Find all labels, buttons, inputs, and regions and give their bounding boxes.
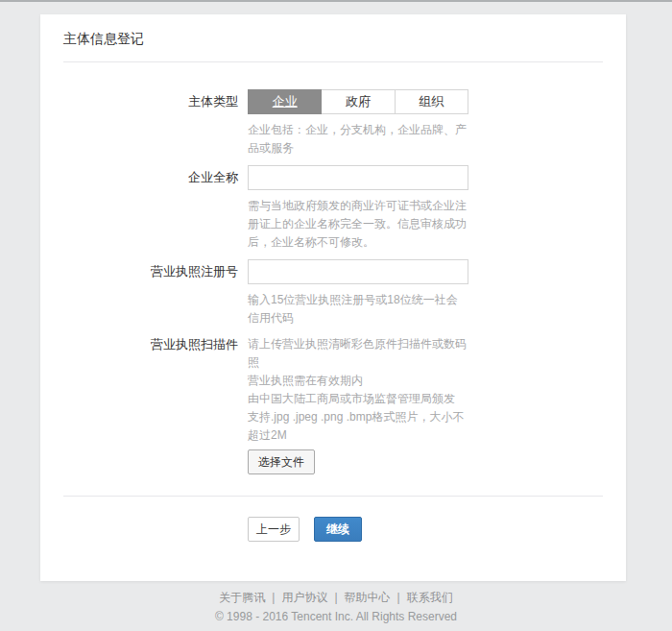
license-scan-help-line: 支持.jpg .jpeg .png .bmp格式照片，大小不超过2M [248, 408, 468, 445]
footer-link-agreement[interactable]: 用户协议 [281, 591, 327, 604]
page-title: 主体信息登记 [63, 14, 603, 46]
actions-row: 上一步 继续 [63, 517, 603, 542]
subject-type-label: 主体类型 [63, 89, 248, 158]
license-number-row: 营业执照注册号 输入15位营业执照注册号或18位统一社会信用代码 [63, 259, 603, 328]
license-scan-help-line: 请上传营业执照清晰彩色原件扫描件或数码照 [248, 335, 468, 372]
company-name-input[interactable] [248, 165, 468, 190]
license-number-help: 输入15位营业执照注册号或18位统一社会信用代码 [248, 291, 468, 328]
license-scan-help-line: 由中国大陆工商局或市场监督管理局颁发 [248, 390, 468, 408]
license-scan-help: 请上传营业执照清晰彩色原件扫描件或数码照 营业执照需在有效期内 由中国大陆工商局… [248, 335, 468, 445]
registration-form: 主体类型 企业 政府 组织 企业包括：企业，分支机构，企业品牌、产品或服务 企业… [63, 89, 603, 474]
previous-step-button[interactable]: 上一步 [248, 517, 300, 542]
license-scan-row: 营业执照扫描件 请上传营业执照清晰彩色原件扫描件或数码照 营业执照需在有效期内 … [63, 335, 603, 474]
page: { "page": { "title": "主体信息登记" }, "form":… [0, 0, 672, 631]
company-name-row: 企业全称 需与当地政府颁发的商业许可证书或企业注册证上的企业名称完全一致。信息审… [63, 165, 603, 252]
registration-card: 主体信息登记 主体类型 企业 政府 组织 企业包括：企业，分支机构，企业品牌、产… [40, 14, 626, 581]
subject-type-tab-group: 企业 政府 组织 [248, 89, 468, 114]
footer-link-about[interactable]: 关于腾讯 [219, 591, 265, 604]
footer-separator: | [334, 591, 337, 604]
tab-government[interactable]: 政府 [321, 89, 395, 114]
continue-button[interactable]: 继续 [314, 517, 362, 542]
subject-type-help: 企业包括：企业，分支机构，企业品牌、产品或服务 [248, 121, 468, 158]
footer-separator: | [397, 591, 400, 604]
company-name-label: 企业全称 [63, 165, 248, 252]
page-footer: 关于腾讯|用户协议|帮助中心|联系我们 © 1998 - 2016 Tencen… [0, 590, 672, 624]
choose-file-button[interactable]: 选择文件 [248, 449, 315, 474]
license-scan-label: 营业执照扫描件 [63, 335, 248, 474]
footer-separator: | [272, 591, 275, 604]
footer-link-help[interactable]: 帮助中心 [345, 591, 391, 604]
tab-organization[interactable]: 组织 [395, 89, 468, 114]
license-number-label: 营业执照注册号 [63, 259, 248, 328]
company-name-help: 需与当地政府颁发的商业许可证书或企业注册证上的企业名称完全一致。信息审核成功后，… [248, 197, 468, 252]
footer-link-contact[interactable]: 联系我们 [407, 591, 453, 604]
title-divider [63, 61, 603, 62]
license-number-input[interactable] [248, 259, 468, 284]
license-scan-help-line: 营业执照需在有效期内 [248, 372, 468, 390]
actions-divider [63, 496, 603, 497]
copyright-text: © 1998 - 2016 Tencent Inc. All Rights Re… [0, 609, 672, 624]
tab-enterprise[interactable]: 企业 [248, 89, 322, 114]
footer-links: 关于腾讯|用户协议|帮助中心|联系我们 [0, 590, 672, 605]
subject-type-row: 主体类型 企业 政府 组织 企业包括：企业，分支机构，企业品牌、产品或服务 [63, 89, 603, 158]
